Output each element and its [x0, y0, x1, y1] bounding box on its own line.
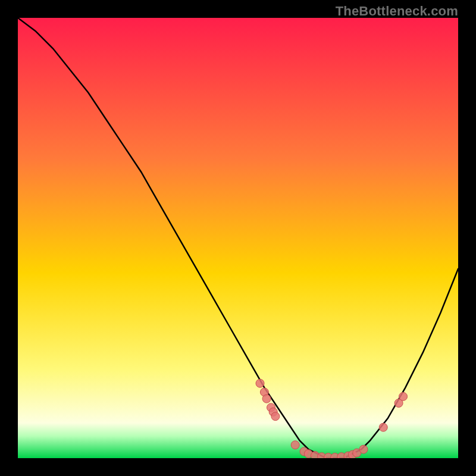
data-marker — [359, 445, 368, 453]
data-marker — [291, 441, 299, 449]
bottleneck-chart — [18, 18, 458, 458]
data-marker — [379, 423, 387, 431]
data-marker — [262, 394, 271, 403]
gradient-background — [18, 18, 458, 458]
watermark-text: TheBottleneck.com — [336, 4, 458, 19]
data-marker — [271, 412, 280, 421]
chart-frame — [18, 18, 458, 458]
data-marker — [256, 379, 264, 387]
data-marker — [399, 392, 408, 400]
